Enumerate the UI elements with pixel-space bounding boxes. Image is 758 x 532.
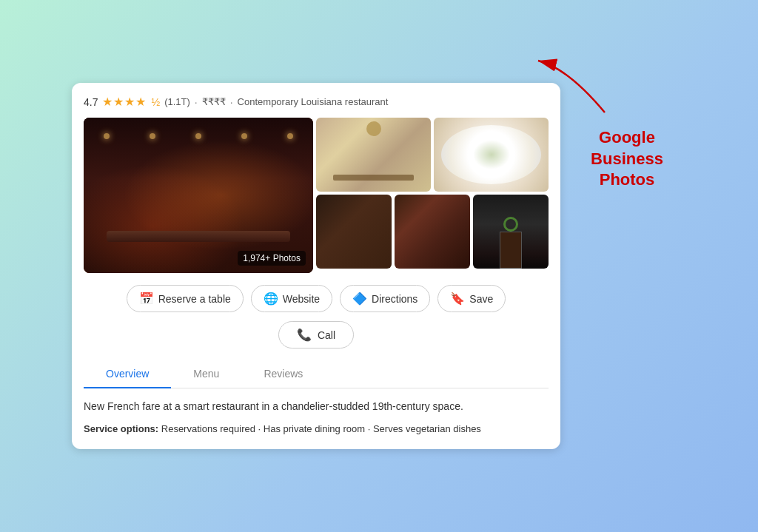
service-options-text: Reservations required · Has private dini… — [161, 423, 481, 434]
tabs-row: Overview Menu Reviews — [84, 360, 549, 388]
ceiling-light — [150, 133, 155, 139]
tab-menu-label: Menu — [193, 368, 219, 380]
main-photo-inner — [84, 118, 313, 273]
interior-photo[interactable] — [316, 195, 392, 269]
food-plate — [441, 125, 541, 184]
bar-scene — [84, 118, 313, 273]
entrance-door — [500, 232, 522, 269]
arrow-container — [523, 46, 612, 123]
tab-menu[interactable]: Menu — [171, 360, 241, 388]
ceiling-light — [104, 133, 110, 139]
website-icon: 🌐 — [264, 292, 278, 306]
food-garnish — [473, 140, 510, 169]
save-label: Save — [469, 293, 493, 305]
reserve-icon: 📅 — [139, 292, 154, 306]
reserve-button[interactable]: 📅 Reserve a table — [127, 285, 244, 312]
main-container: 4.7 ★★★★½ (1.1T) · ₹₹₹₹ · Contemporary L… — [72, 83, 686, 449]
dining-chandelier — [366, 121, 381, 136]
rating-score: 4.7 — [84, 96, 98, 108]
call-label: Call — [318, 329, 335, 341]
tab-overview-label: Overview — [106, 368, 149, 380]
bar-counter — [107, 231, 290, 242]
entrance-photo[interactable] — [473, 195, 549, 269]
tab-reviews-label: Reviews — [264, 368, 303, 380]
directions-button[interactable]: 🔷 Directions — [340, 285, 430, 312]
directions-icon: 🔷 — [352, 292, 367, 306]
business-category: Contemporary Louisiana restaurant — [238, 96, 389, 107]
website-label: Website — [283, 293, 320, 305]
call-icon: 📞 — [297, 328, 312, 342]
tab-overview[interactable]: Overview — [84, 360, 171, 388]
price-level: ₹₹₹₹ — [202, 96, 226, 107]
dot-separator-1: · — [195, 96, 198, 108]
service-options-label: Service options: — [84, 423, 158, 434]
photos-right — [316, 118, 549, 273]
service-options: Service options: Reservations required ·… — [84, 422, 549, 437]
food-photo[interactable] — [434, 118, 549, 192]
ceiling-light — [287, 133, 293, 139]
entrance-wreath — [503, 217, 518, 232]
dining-photo[interactable] — [316, 118, 431, 192]
photos-bottom-row — [316, 195, 549, 269]
annotation-arrow — [523, 46, 612, 120]
annotation-text: Google BusinessPhotos — [568, 127, 686, 191]
call-row: 📞 Call — [84, 321, 549, 349]
photo-count-badge[interactable]: 1,974+ Photos — [238, 251, 306, 266]
ceiling-light — [195, 133, 201, 139]
call-button[interactable]: 📞 Call — [278, 321, 354, 349]
main-photo[interactable]: 1,974+ Photos — [84, 118, 313, 273]
ceiling-lights — [84, 133, 313, 139]
dot-separator-2: · — [230, 96, 233, 108]
photos-grid: 1,974+ Photos — [84, 118, 549, 273]
close-food-photo[interactable] — [395, 195, 470, 269]
photos-top-row — [316, 118, 549, 192]
website-button[interactable]: 🌐 Website — [251, 285, 332, 312]
ceiling-light — [241, 133, 247, 139]
overview-description: New French fare at a smart restaurant in… — [84, 399, 549, 414]
reserve-label: Reserve a table — [158, 293, 231, 305]
rating-count: (1.1T) — [164, 96, 190, 107]
save-icon: 🔖 — [450, 292, 465, 306]
side-annotation: Google BusinessPhotos — [568, 127, 686, 191]
dining-table — [333, 175, 414, 181]
directions-label: Directions — [372, 293, 417, 305]
save-button[interactable]: 🔖 Save — [437, 285, 506, 312]
business-card: 4.7 ★★★★½ (1.1T) · ₹₹₹₹ · Contemporary L… — [72, 83, 560, 449]
rating-row: 4.7 ★★★★½ (1.1T) · ₹₹₹₹ · Contemporary L… — [84, 95, 549, 109]
tab-reviews[interactable]: Reviews — [241, 360, 325, 388]
actions-row: 📅 Reserve a table 🌐 Website 🔷 Directions… — [84, 285, 549, 312]
stars-full: ★★★★ — [102, 95, 147, 109]
half-star: ½ — [151, 96, 160, 108]
